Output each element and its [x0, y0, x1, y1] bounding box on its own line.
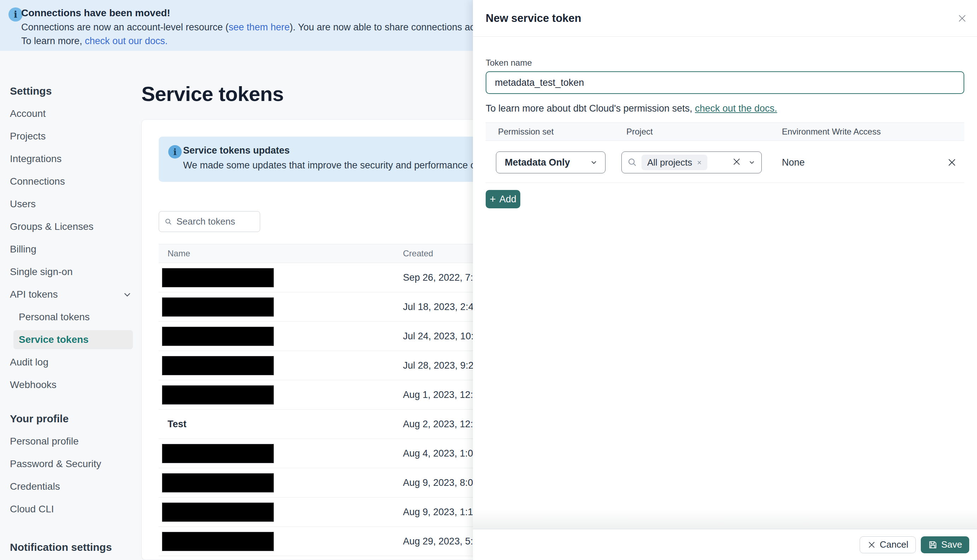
sidebar-item-password-security[interactable]: Password & Security [0, 453, 132, 475]
info-icon: i [168, 145, 182, 158]
sidebar-item-personal-tokens[interactable]: Personal tokens [0, 306, 132, 328]
add-permission-button[interactable]: + Add [486, 190, 520, 208]
add-button-label: Add [499, 194, 517, 205]
notice-title: Service tokens updates [183, 145, 290, 156]
column-header-permission-set: Permission set [486, 127, 621, 137]
redacted-token-name [162, 385, 274, 405]
sidebar-item-groups-licenses[interactable]: Groups & Licenses [0, 215, 132, 238]
drawer-header: New service token [473, 0, 977, 37]
redacted-token-name [162, 268, 274, 287]
env-write-access-value: None [777, 157, 940, 168]
permission-set-value: Metadata Only [505, 157, 570, 168]
chevron-down-icon [123, 290, 132, 299]
sidebar-item-projects[interactable]: Projects [0, 125, 132, 148]
save-icon [928, 540, 938, 550]
sidebar-item-single-sign-on[interactable]: Single sign-on [0, 261, 132, 283]
permission-set-select[interactable]: Metadata Only [496, 152, 606, 173]
settings-sidebar: Settings Account Projects Integrations C… [0, 51, 142, 560]
drawer-footer: Cancel Save [473, 529, 977, 560]
chevron-down-icon [590, 158, 598, 167]
token-name-text: Test [162, 419, 187, 430]
sidebar-item-cloud-cli[interactable]: Cloud CLI [0, 498, 132, 520]
token-name-input[interactable] [486, 71, 964, 94]
plus-icon: + [490, 194, 496, 205]
info-glyph: i [14, 9, 17, 20]
info-glyph: i [173, 147, 177, 157]
cancel-button[interactable]: Cancel [860, 536, 916, 553]
redacted-token-name [162, 327, 274, 346]
sidebar-item-connections[interactable]: Connections [0, 170, 132, 193]
sidebar-item-users[interactable]: Users [0, 193, 132, 215]
redacted-token-name [162, 532, 274, 551]
save-button[interactable]: Save [921, 536, 969, 553]
column-header-name: Name [159, 248, 403, 258]
token-name-cell [159, 532, 403, 551]
page-title: Service tokens [141, 82, 283, 105]
redacted-token-name [162, 473, 274, 493]
sidebar-item-api-tokens-label: API tokens [10, 289, 58, 300]
redacted-token-name [162, 444, 274, 463]
page: i Connections have been moved! Connectio… [0, 0, 977, 560]
permission-table-header: Permission set Project Environment Write… [486, 123, 964, 141]
column-header-env-write-access: Environment Write Access [777, 127, 940, 137]
check-docs-link[interactable]: check out our docs. [85, 36, 167, 46]
project-tag[interactable]: All projects [642, 155, 707, 170]
token-name-cell [159, 385, 403, 405]
banner-line2-pre: Connections are now an account-level res… [21, 22, 229, 32]
sidebar-item-integrations[interactable]: Integrations [0, 148, 132, 170]
permission-docs-line: To learn more about dbt Cloud's permissi… [486, 103, 964, 114]
sidebar-heading-settings: Settings [0, 80, 132, 102]
sidebar-item-api-tokens[interactable]: API tokens [0, 283, 132, 306]
check-out-the-docs-link[interactable]: check out the docs. [695, 103, 777, 114]
chevron-down-icon [748, 158, 756, 166]
clear-selection-icon[interactable] [732, 157, 741, 168]
banner-line-2: Connections are now an account-level res… [21, 22, 470, 33]
redacted-token-name [162, 297, 274, 317]
token-name-cell [159, 444, 403, 463]
search-icon [165, 217, 172, 227]
banner-title: Connections have been moved! [21, 7, 470, 19]
info-icon: i [8, 7, 23, 22]
token-name-cell [159, 473, 403, 493]
scroll-shadow [473, 509, 977, 529]
redacted-token-name [162, 502, 274, 522]
permission-row: Metadata Only All projects [486, 152, 964, 173]
search-input[interactable] [176, 216, 254, 227]
banner-text: Connections have been moved! Connections… [21, 7, 470, 47]
banner-line3-pre: To learn more, [21, 36, 85, 46]
project-tag-label: All projects [647, 157, 692, 168]
sidebar-heading-your-profile: Your profile [0, 407, 132, 430]
remove-row-icon[interactable] [940, 157, 964, 168]
token-name-label: Token name [486, 58, 964, 68]
banner-line-3: To learn more, check out our docs. [21, 35, 470, 47]
close-icon[interactable] [954, 11, 970, 26]
redacted-token-name [162, 356, 274, 375]
save-button-label: Save [941, 539, 962, 550]
sidebar-item-audit-log[interactable]: Audit log [0, 351, 132, 373]
token-name-cell [159, 297, 403, 317]
sidebar-item-webhooks[interactable]: Webhooks [0, 373, 132, 396]
token-name-cell [159, 268, 403, 287]
sidebar-item-billing[interactable]: Billing [0, 238, 132, 261]
token-name-cell [159, 356, 403, 375]
search-tokens-box[interactable] [159, 211, 260, 232]
sidebar-heading-notification-settings: Notification settings [0, 536, 132, 558]
see-them-here-link[interactable]: see them here [229, 22, 290, 32]
sidebar-item-personal-profile[interactable]: Personal profile [0, 430, 132, 453]
cancel-button-label: Cancel [880, 539, 908, 550]
sidebar-item-service-tokens[interactable]: Service tokens [13, 330, 133, 349]
column-header-project: Project [621, 127, 777, 137]
docs-line-pre: To learn more about dbt Cloud's permissi… [486, 103, 695, 114]
token-name-cell [159, 327, 403, 346]
drawer-body: Token name To learn more about dbt Cloud… [473, 58, 977, 208]
search-icon [627, 157, 637, 167]
token-name-cell [159, 502, 403, 522]
sidebar-item-account[interactable]: Account [0, 102, 132, 125]
sidebar-item-credentials[interactable]: Credentials [0, 475, 132, 498]
project-multiselect[interactable]: All projects [621, 152, 762, 173]
token-name-cell: Test [159, 419, 403, 430]
drawer-title: New service token [486, 12, 581, 25]
cancel-x-icon [867, 540, 876, 549]
remove-tag-icon[interactable] [696, 160, 703, 166]
divider [486, 183, 964, 183]
